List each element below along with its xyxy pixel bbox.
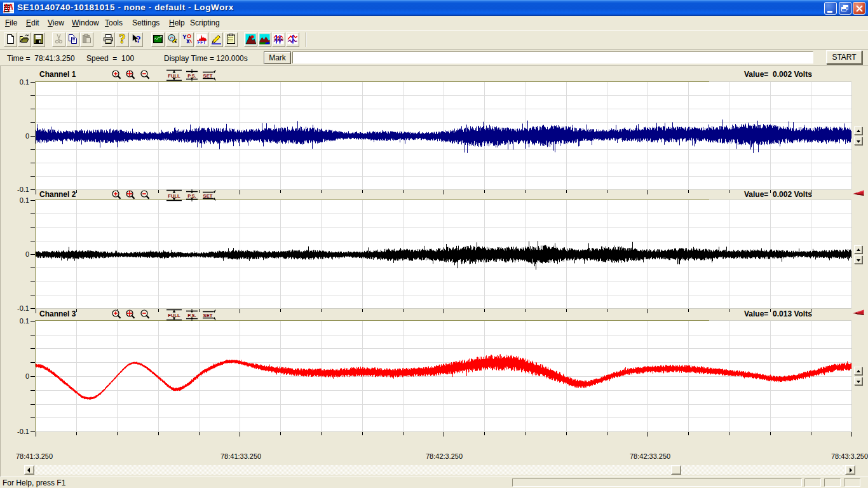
svg-text:?: ? [119, 34, 126, 44]
svg-text:SET: SET [203, 313, 213, 318]
svg-text:FULL: FULL [168, 313, 180, 318]
svg-text:FULL: FULL [168, 193, 180, 199]
svg-text:SET: SET [203, 193, 213, 199]
svg-text:P.S.: P.S. [187, 193, 196, 199]
svg-text:P.S.: P.S. [187, 73, 196, 79]
svg-text:FFT: FFT [198, 40, 206, 44]
svg-text:SET: SET [203, 73, 213, 79]
svg-text:P.S.: P.S. [187, 313, 196, 318]
svg-text:FULL: FULL [168, 73, 180, 79]
